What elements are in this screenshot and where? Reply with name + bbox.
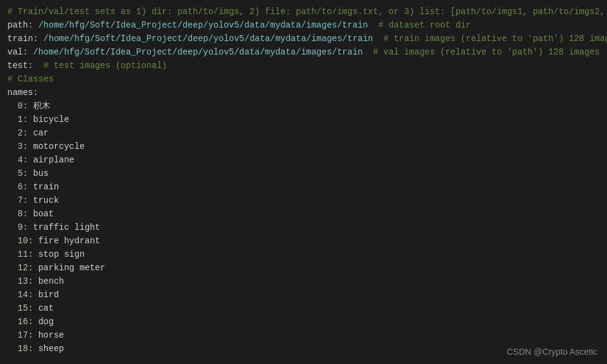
code-part-number: 15	[18, 303, 28, 313]
code-part-plain: :	[23, 155, 33, 165]
code-line-3: val: /home/hfg/Soft/Idea_Project/deep/yo…	[7, 45, 600, 59]
code-part-key: names	[7, 88, 33, 97]
code-part-plain	[7, 209, 18, 219]
code-line-23: 15: cat	[7, 301, 600, 315]
code-part-number: 8	[18, 209, 23, 219]
code-part-plain	[7, 128, 18, 138]
code-part-key: val	[7, 47, 23, 57]
code-part-comment: # train images (relative to 'path') 128 …	[383, 34, 607, 44]
code-part-comment: # val images (relative to 'path') 128 im…	[373, 47, 600, 57]
code-part-number: 17	[18, 330, 28, 340]
code-part-plain	[7, 249, 18, 259]
code-part-plain	[7, 101, 18, 111]
code-line-24: 16: dog	[7, 315, 600, 328]
code-part-class-val: dog	[38, 317, 53, 327]
code-part-number: 6	[18, 182, 23, 192]
code-part-key: test	[7, 61, 28, 70]
code-part-plain: :	[23, 169, 33, 178]
code-part-plain	[7, 290, 18, 300]
code-part-plain: :	[28, 276, 39, 286]
code-part-plain: :	[28, 290, 39, 300]
code-line-22: 14: bird	[7, 288, 600, 301]
code-part-plain: :	[23, 142, 33, 151]
code-part-plain: :	[28, 263, 39, 273]
code-part-plain	[368, 20, 378, 30]
code-part-class-val: bird	[38, 290, 59, 300]
code-part-plain	[7, 344, 18, 354]
code-line-15: 7: truck	[7, 194, 600, 207]
code-part-plain	[7, 330, 18, 340]
code-line-21: 13: bench	[7, 275, 600, 288]
code-part-class-val: parking meter	[38, 263, 105, 273]
code-part-number: 16	[18, 317, 28, 327]
code-part-class-val: bench	[38, 276, 64, 286]
code-part-plain	[7, 222, 18, 232]
code-part-number: 3	[18, 142, 23, 151]
watermark: CSDN @Crypto Ascetic	[507, 347, 597, 357]
code-part-plain: :	[23, 182, 33, 192]
code-part-number: 2	[18, 128, 23, 138]
code-part-class-val: car	[33, 128, 48, 138]
code-part-plain	[373, 34, 384, 44]
code-part-class-val: train	[33, 182, 59, 192]
code-part-plain	[363, 47, 373, 57]
code-part-number: 18	[18, 344, 28, 354]
code-part-plain: :	[33, 34, 44, 44]
code-part-class-val: sheep	[38, 344, 64, 354]
code-part-plain: :	[23, 222, 33, 232]
code-part-plain: :	[23, 209, 33, 219]
code-part-plain: :	[33, 88, 38, 97]
code-part-class-val: airplane	[33, 155, 74, 165]
code-part-plain	[7, 303, 18, 313]
code-part-value-path: /home/hfg/Soft/Idea_Project/deep/yolov5/…	[44, 34, 373, 44]
code-part-comment: # Classes	[7, 74, 54, 84]
code-line-16: 8: boat	[7, 207, 600, 221]
code-part-class-val: bicycle	[33, 115, 69, 124]
code-part-plain	[7, 115, 18, 124]
code-line-1: path: /home/hfg/Soft/Idea_Project/deep/y…	[7, 18, 600, 32]
code-part-class-val: motorcycle	[33, 142, 85, 151]
code-part-comment: # Train/val/test sets as 1) dir: path/to…	[7, 7, 607, 17]
code-part-number: 14	[18, 290, 28, 300]
code-part-value-path: /home/hfg/Soft/Idea_Project/deep/yolov5/…	[33, 47, 363, 57]
code-part-comment: # dataset root dir	[378, 20, 471, 30]
code-part-key: train	[7, 34, 33, 44]
code-part-value-path: /home/hfg/Soft/Idea_Project/deep/yolov5/…	[38, 20, 368, 30]
code-line-9: 1: bicycle	[7, 113, 600, 126]
code-part-plain	[7, 195, 18, 205]
code-part-class-val: cat	[38, 303, 53, 313]
code-part-number: 7	[18, 195, 23, 205]
code-part-plain: :	[23, 101, 33, 111]
code-line-17: 9: traffic light	[7, 221, 600, 234]
code-part-plain	[7, 155, 18, 165]
code-line-10: 2: car	[7, 126, 600, 140]
code-part-plain	[7, 263, 18, 273]
code-line-25: 17: horse	[7, 328, 600, 342]
code-part-plain: :	[28, 303, 39, 313]
code-part-plain	[7, 236, 18, 246]
code-part-number: 4	[18, 155, 23, 165]
code-part-plain: :	[23, 115, 33, 124]
code-part-plain: :	[28, 330, 39, 340]
code-line-12: 4: airplane	[7, 153, 600, 167]
code-line-4: test: # test images (optional)	[7, 59, 600, 72]
code-line-14: 6: train	[7, 180, 600, 194]
code-part-plain	[7, 142, 18, 151]
code-part-plain	[7, 317, 18, 327]
code-part-plain	[7, 169, 18, 178]
code-part-key: path	[7, 20, 28, 30]
code-line-13: 5: bus	[7, 167, 600, 180]
code-part-plain: :	[28, 61, 44, 70]
code-line-20: 12: parking meter	[7, 261, 600, 275]
code-line-11: 3: motorcycle	[7, 140, 600, 153]
code-part-number: 0	[18, 101, 23, 111]
code-part-number: 12	[18, 263, 28, 273]
code-part-class-val: truck	[33, 195, 59, 205]
code-part-plain: :	[28, 249, 39, 259]
code-part-number: 1	[18, 115, 23, 124]
code-part-plain: :	[23, 195, 33, 205]
code-line-8: 0: 积木	[7, 99, 600, 113]
code-part-class-val: horse	[38, 330, 64, 340]
code-part-plain: :	[28, 236, 39, 246]
code-part-class-val: stop sign	[38, 249, 85, 259]
